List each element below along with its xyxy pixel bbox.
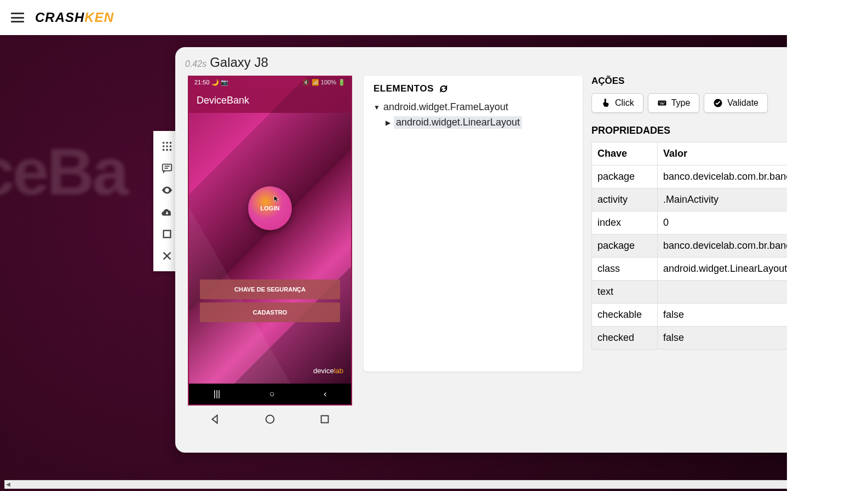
svg-rect-22: [664, 102, 665, 103]
svg-rect-13: [164, 231, 171, 238]
nav-home[interactable]: ○: [269, 389, 275, 399]
table-row: packagebanco.devicelab.com.br.banco: [592, 165, 819, 189]
background-stage: ceBa 0.42s Galaxy J8 21:50 🌙 📷 🔇 📶 100% …: [0, 35, 868, 491]
svg-point-16: [266, 415, 274, 424]
tree-root-label: android.widget.FrameLayout: [383, 101, 508, 113]
soft-nav: [188, 406, 352, 426]
nav-recents[interactable]: |||: [214, 389, 220, 399]
brand-lab-word: lab: [334, 367, 343, 375]
table-row: text: [592, 281, 819, 304]
svg-rect-17: [321, 416, 329, 423]
svg-rect-19: [659, 102, 660, 103]
brand-crash: CRASH: [35, 10, 84, 25]
keyboard-icon: [657, 98, 667, 108]
main-panel: 0.42s Galaxy J8 21:50 🌙 📷 🔇 📶 100% 🔋 Dev…: [175, 47, 832, 453]
elements-title: ELEMENTOS: [373, 83, 434, 94]
brand-logo: CRASHKEN: [35, 10, 114, 25]
recents-square-icon[interactable]: [319, 413, 331, 425]
brand-ken: KEN: [84, 10, 114, 25]
click-action-button[interactable]: Click: [591, 93, 643, 113]
tree-root[interactable]: ▼ android.widget.FrameLayout: [373, 100, 573, 115]
action-buttons: Click Type Validate: [591, 93, 819, 113]
status-right: 🔇 📶 100% 🔋: [302, 79, 346, 86]
prop-header-key: Chave: [592, 142, 658, 165]
type-action-button[interactable]: Type: [648, 93, 700, 113]
properties-title: PROPRIEDADES: [591, 125, 819, 136]
table-row: classandroid.widget.LinearLayout: [592, 258, 819, 281]
device-name: Galaxy J8: [210, 55, 268, 70]
svg-rect-18: [658, 101, 666, 106]
page-right-padding: [787, 0, 868, 491]
refresh-icon[interactable]: [439, 84, 448, 93]
svg-point-7: [166, 149, 168, 151]
svg-point-2: [170, 142, 172, 144]
check-circle-icon: [713, 98, 723, 108]
menu-icon[interactable]: [11, 13, 24, 22]
tree-child[interactable]: ▶ android.widget.LinearLayout: [386, 115, 573, 130]
app-header: CRASHKEN: [0, 0, 868, 35]
table-row: packagebanco.devicelab.com.br.banco: [592, 235, 819, 258]
tree-selected-label: android.widget.LinearLayout: [394, 116, 522, 129]
device-column: 21:50 🌙 📷 🔇 📶 100% 🔋 DeviceBank LOGIN CH…: [185, 76, 355, 426]
svg-point-4: [166, 145, 168, 147]
svg-rect-23: [660, 104, 664, 105]
brand-device-word: device: [313, 367, 334, 375]
type-label: Type: [671, 98, 691, 108]
validate-label: Validate: [727, 98, 758, 108]
actions-title: AÇÕES: [591, 76, 819, 87]
svg-point-12: [166, 189, 168, 191]
security-key-button[interactable]: CHAVE DE SEGURANÇA: [200, 279, 340, 299]
elements-panel: ELEMENTOS ▼ android.widget.FrameLayout ▶…: [364, 76, 583, 372]
device-screen[interactable]: 21:50 🌙 📷 🔇 📶 100% 🔋 DeviceBank LOGIN CH…: [189, 77, 351, 384]
device-frame[interactable]: 21:50 🌙 📷 🔇 📶 100% 🔋 DeviceBank LOGIN CH…: [188, 76, 352, 406]
svg-point-3: [163, 145, 165, 147]
back-triangle-icon[interactable]: [209, 413, 221, 425]
svg-point-0: [163, 142, 165, 144]
svg-rect-9: [163, 164, 172, 171]
touch-icon: [601, 98, 611, 108]
device-statusbar: 21:50 🌙 📷 🔇 📶 100% 🔋: [189, 77, 351, 88]
table-row: index0: [592, 212, 819, 235]
register-button[interactable]: CADASTRO: [200, 302, 340, 322]
elements-title-row: ELEMENTOS: [373, 83, 573, 94]
horizontal-scrollbar[interactable]: ◀: [4, 480, 864, 489]
latency-value: 0.42s: [185, 59, 206, 69]
login-button[interactable]: LOGIN: [248, 186, 292, 230]
work-area: 21:50 🌙 📷 🔇 📶 100% 🔋 DeviceBank LOGIN CH…: [185, 76, 823, 426]
svg-point-1: [166, 142, 168, 144]
table-row: checkedfalse: [592, 327, 819, 350]
nav-back[interactable]: ‹: [324, 389, 326, 399]
validate-action-button[interactable]: Validate: [704, 93, 768, 113]
table-row: activity.MainActivity: [592, 189, 819, 212]
svg-rect-21: [662, 102, 663, 103]
caret-right-icon[interactable]: ▶: [386, 119, 390, 127]
devicelab-brand: devicelab: [313, 367, 343, 375]
properties-body: packagebanco.devicelab.com.br.banco acti…: [592, 165, 819, 350]
caret-down-icon[interactable]: ▼: [373, 104, 380, 111]
scroll-left-arrow-icon[interactable]: ◀: [6, 481, 10, 487]
table-row: checkablefalse: [592, 304, 819, 327]
svg-rect-20: [660, 102, 662, 103]
svg-point-5: [170, 145, 172, 147]
svg-point-6: [163, 149, 165, 151]
device-appbar: DeviceBank: [189, 88, 351, 113]
properties-table: Chave Valor packagebanco.devicelab.com.b…: [591, 142, 819, 350]
home-circle-icon[interactable]: [264, 413, 276, 425]
element-tree: ▼ android.widget.FrameLayout ▶ android.w…: [373, 100, 573, 130]
status-left: 21:50 🌙 📷: [194, 79, 228, 86]
click-label: Click: [615, 98, 634, 108]
svg-point-8: [170, 149, 172, 151]
background-blurred-text: ceBa: [0, 134, 127, 209]
device-navbar: ||| ○ ‹: [189, 384, 351, 404]
title-row: 0.42s Galaxy J8: [185, 55, 823, 70]
